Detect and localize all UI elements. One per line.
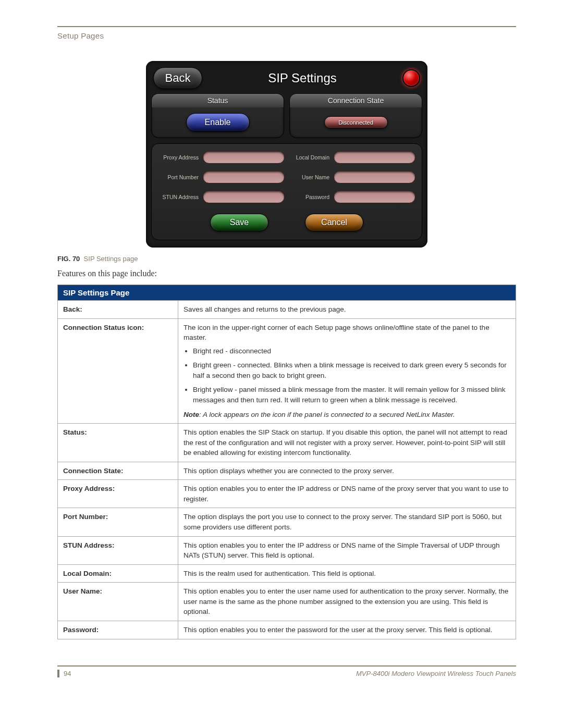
- section-header: Setup Pages: [57, 31, 516, 40]
- table-desc: This option enables you to enter the use…: [178, 583, 516, 621]
- proxy-address-label: Proxy Address: [158, 154, 199, 161]
- table-term: STUN Address:: [58, 536, 178, 564]
- cancel-button[interactable]: Cancel: [305, 214, 363, 231]
- connection-state-indicator: Disconnected: [324, 116, 388, 129]
- table-term: Password:: [58, 621, 178, 639]
- save-button[interactable]: Save: [210, 214, 268, 231]
- password-label: Password: [289, 194, 329, 200]
- table-title: SIP Settings Page: [58, 285, 516, 301]
- local-domain-label: Local Domain: [289, 154, 329, 161]
- table-term: Port Number:: [58, 508, 178, 536]
- table-desc: The option displays the port you use to …: [178, 508, 516, 536]
- table-desc: Saves all changes and returns to the pre…: [178, 301, 516, 319]
- local-domain-input[interactable]: [334, 151, 415, 164]
- table-desc: The icon in the upper-right corner of ea…: [178, 318, 516, 424]
- table-term: User Name:: [58, 583, 178, 621]
- user-name-input[interactable]: [334, 171, 415, 183]
- table-desc: This option enables the SIP Stack on sta…: [178, 424, 516, 462]
- table-term: Back:: [58, 301, 178, 319]
- spec-table: SIP Settings Page Back:Saves all changes…: [57, 285, 516, 639]
- table-term: Connection State:: [58, 462, 178, 480]
- page-title: SIP Settings: [207, 71, 397, 85]
- port-number-label: Port Number: [158, 174, 199, 180]
- table-term: Connection Status icon:: [58, 318, 178, 424]
- stun-address-label: STUN Address: [158, 194, 199, 200]
- page-number: 94: [57, 670, 71, 677]
- table-term: Status:: [58, 424, 178, 462]
- table-desc: This option enables you to enter the IP …: [178, 536, 516, 564]
- status-panel-head: Status: [152, 94, 284, 107]
- back-button[interactable]: Back: [153, 67, 202, 89]
- connection-status-icon: [402, 69, 420, 87]
- doc-title-footer: MVP-8400i Modero Viewpoint Wireless Touc…: [356, 670, 516, 677]
- table-desc: This option enables you to enter the pas…: [178, 621, 516, 639]
- port-number-input[interactable]: [203, 171, 285, 183]
- proxy-address-input[interactable]: [203, 151, 285, 164]
- table-term: Proxy Address:: [58, 480, 178, 508]
- stun-address-input[interactable]: [203, 191, 285, 203]
- enable-button[interactable]: Enable: [186, 113, 250, 132]
- figure-caption: FIG. 70 SIP Settings page: [57, 255, 516, 263]
- table-desc: This option displays whether you are con…: [178, 462, 516, 480]
- user-name-label: User Name: [289, 174, 329, 180]
- password-input[interactable]: [334, 191, 415, 203]
- table-desc: This is the realm used for authenticatio…: [178, 564, 516, 583]
- intro-text: Features on this page include:: [57, 269, 516, 278]
- connection-state-panel-head: Connection State: [290, 94, 422, 107]
- sip-settings-screenshot: Back SIP Settings Status Enable Connecti…: [146, 61, 427, 248]
- table-desc: This option enables you to enter the IP …: [178, 480, 516, 508]
- table-term: Local Domain:: [58, 564, 178, 583]
